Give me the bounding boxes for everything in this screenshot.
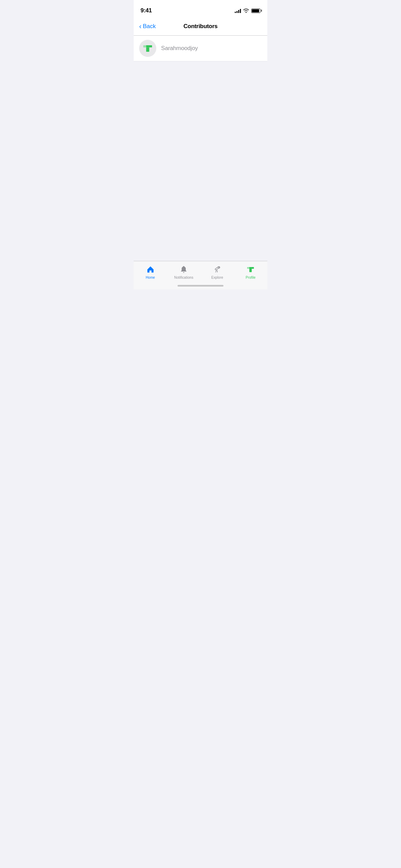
profile-t-logo-icon: [246, 265, 255, 274]
wifi-icon: [243, 8, 249, 13]
page-title: Contributors: [183, 23, 217, 30]
tab-profile-label: Profile: [246, 276, 256, 279]
svg-rect-9: [247, 267, 249, 269]
back-button[interactable]: ‹ Back: [139, 23, 156, 30]
tab-notifications-label: Notifications: [174, 276, 193, 279]
battery-icon: [251, 9, 260, 13]
svg-rect-8: [250, 269, 252, 272]
home-icon: [146, 265, 155, 274]
contributors-list: Sarahmoodjoy: [134, 36, 267, 61]
contributor-item[interactable]: Sarahmoodjoy: [134, 36, 267, 61]
svg-line-5: [216, 270, 217, 272]
back-chevron-icon: ‹: [139, 23, 142, 29]
contributor-username: Sarahmoodjoy: [161, 45, 198, 52]
signal-strength-icon: [235, 8, 241, 13]
tab-profile[interactable]: Profile: [234, 265, 268, 279]
home-indicator: [178, 285, 223, 287]
svg-point-4: [218, 267, 220, 268]
tab-notifications[interactable]: Notifications: [167, 265, 201, 279]
avatar: [139, 40, 156, 57]
navigation-bar: ‹ Back Contributors: [134, 17, 267, 36]
svg-rect-2: [143, 45, 146, 47]
content-area: [134, 61, 267, 253]
status-time: 9:41: [141, 7, 152, 14]
tab-explore[interactable]: Explore: [200, 265, 234, 279]
svg-rect-1: [146, 47, 149, 52]
tab-home[interactable]: Home: [134, 265, 167, 279]
tab-explore-label: Explore: [211, 276, 223, 279]
telescope-icon: [212, 265, 222, 274]
status-bar: 9:41: [134, 0, 267, 17]
back-label: Back: [143, 23, 156, 30]
status-icons: [235, 8, 260, 13]
t-logo-icon: [142, 42, 154, 55]
tab-home-label: Home: [146, 276, 155, 279]
bell-icon: [179, 265, 189, 274]
